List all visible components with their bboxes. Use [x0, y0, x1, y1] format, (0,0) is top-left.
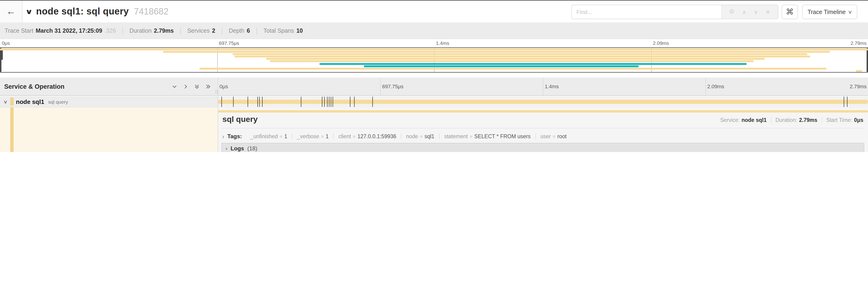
tag-value: 127.0.0.1:59936 — [358, 134, 396, 139]
tag-equals: = — [353, 134, 356, 139]
back-button[interactable]: ← — [0, 0, 23, 23]
trace-info-value: March 31 2022, 17:25:09 — [36, 28, 102, 34]
find-input[interactable] — [571, 5, 721, 19]
span-detail-duration-bar — [218, 110, 868, 112]
service-operation-header: Service & Operation — [0, 77, 218, 95]
chevron-right-icon: › — [222, 133, 224, 140]
tag-key: client — [338, 134, 351, 139]
minimap-span-bar — [163, 51, 830, 53]
log-marker — [234, 97, 234, 107]
sql-query-bar-wrap — [218, 96, 868, 107]
minimap-left-scrubber-handle[interactable] — [0, 48, 1, 72]
log-marker — [262, 97, 262, 107]
detail-meta-value: 0μs — [854, 117, 863, 123]
timeline-header: Service & Operation 0μs697.75μs1.4ms2.09… — [0, 77, 868, 96]
log-marker — [847, 97, 848, 107]
tag-item: node=sql1 — [402, 134, 440, 139]
tag-key: node — [406, 134, 418, 139]
tags-label: Tags: — [227, 133, 242, 140]
collapse-all-chevron-down-icon[interactable] — [172, 83, 178, 90]
tags-accordion[interactable]: › Tags: _unfinished=1_verbose=1client=12… — [222, 132, 571, 141]
command-icon: ⌘ — [786, 7, 794, 17]
logs-label: Logs — [230, 145, 244, 151]
tag-item: _unfinished=1 — [246, 134, 292, 139]
axis-tick-label: 0μs — [220, 83, 228, 89]
tree-controls — [172, 77, 211, 95]
tag-equals: = — [321, 134, 324, 139]
minimap-canvas[interactable] — [0, 47, 868, 73]
logs-accordion[interactable]: › Logs (18) — [221, 143, 864, 152]
span-detail-meta: Service:node sql1Duration:2.79msStart Ti… — [716, 117, 863, 123]
span-rows-region: ∨node sql1sql query sql query Service:no… — [0, 96, 868, 152]
locate-icon[interactable] — [730, 9, 735, 15]
trace-info-value: 2 — [212, 28, 215, 34]
span-bar[interactable] — [218, 100, 868, 104]
column-resize-grip[interactable]: || — [215, 89, 218, 94]
tag-item: _verbose=1 — [292, 134, 334, 139]
log-marker — [354, 97, 355, 107]
clear-find-icon[interactable]: ✕ — [766, 9, 770, 15]
trace-info-label: Services — [187, 28, 210, 34]
tag-key: statement — [444, 134, 468, 139]
span-service-name[interactable]: node sql1 — [16, 98, 44, 105]
service-color-bar — [10, 98, 13, 105]
tag-equals: = — [553, 134, 555, 139]
tag-equals: = — [280, 134, 282, 139]
span-operation-name[interactable]: sql query — [48, 99, 68, 104]
span-detail-left-gutter — [0, 107, 218, 152]
tag-value: root — [557, 134, 567, 139]
trace-summary-bar: Trace StartMarch 31 2022, 17:25:09.326Du… — [0, 23, 868, 39]
page-title: node sql1: sql query — [36, 6, 129, 17]
next-result-chevron-down-icon[interactable]: ∨ — [754, 9, 758, 15]
span-detail-panel: sql query Service:node sql1Duration:2.79… — [218, 107, 868, 152]
trace-info-item: Duration2.79ms — [123, 27, 181, 34]
top-header: ← ∨ node sql1: sql query 7418682 ∧ ∨ ✕ ⌘… — [0, 0, 868, 23]
detail-divider — [221, 128, 864, 128]
log-marker — [222, 97, 222, 107]
collapse-trace-chevron-icon[interactable]: ∨ — [25, 7, 33, 15]
service-color-bar — [10, 107, 13, 152]
trace-info-value: 10 — [297, 28, 303, 34]
trace-info-label: Total Spans — [264, 28, 294, 34]
chevron-right-icon: › — [226, 145, 227, 151]
detail-meta-item: Start Time:0μs — [822, 117, 863, 123]
keyboard-shortcuts-button[interactable]: ⌘ — [782, 5, 798, 19]
axis-gridline — [706, 77, 706, 95]
log-marker — [844, 97, 844, 107]
prev-result-chevron-up-icon[interactable]: ∧ — [742, 9, 746, 15]
minimap-span-bar — [267, 58, 765, 60]
detail-meta-value: node sql1 — [741, 117, 766, 123]
minimap-right-scrubber-handle[interactable] — [867, 48, 868, 72]
trace-info-suffix: .326 — [105, 28, 116, 34]
minimap-span-bar — [364, 65, 639, 67]
trace-info-label: Depth — [229, 28, 244, 34]
tag-value: 1 — [284, 134, 287, 139]
detail-meta-label: Service: — [720, 117, 740, 123]
tree-row-sql-query[interactable]: ∨node sql1sql query — [0, 96, 218, 107]
tree-chevron-down-icon[interactable]: ∨ — [3, 99, 8, 104]
trace-info-item: Depth6 — [222, 27, 257, 34]
trace-title-bar: ∨ node sql1: sql query 7418682 — [26, 0, 168, 23]
log-marker — [248, 97, 248, 107]
column-resize-divider[interactable] — [218, 77, 218, 152]
detail-meta-label: Duration: — [775, 117, 797, 123]
detail-meta-label: Start Time: — [826, 117, 852, 123]
minimap-span-bar — [856, 70, 862, 72]
detail-meta-item: Duration:2.79ms — [771, 117, 822, 123]
log-marker — [329, 97, 329, 107]
double-chevron-right-icon[interactable] — [205, 83, 211, 90]
log-marker — [373, 97, 373, 107]
axis-tick-label: 2.79ms — [850, 40, 867, 46]
tag-value: sql1 — [425, 134, 434, 139]
axis-tick-label: 2.79ms — [850, 83, 867, 89]
axis-tick-label: 2.09ms — [707, 83, 724, 89]
trace-info-value: 6 — [247, 28, 250, 34]
logs-count: (18) — [247, 145, 257, 151]
view-type-dropdown[interactable]: Trace Timeline ∨ — [802, 5, 857, 19]
tag-item: statement=SELECT * FROM users — [440, 134, 536, 139]
minimap-span-bar — [319, 63, 746, 65]
tag-item: user=root — [536, 134, 571, 139]
expand-one-chevron-right-icon[interactable] — [183, 83, 189, 90]
tag-equals: = — [420, 134, 423, 139]
double-chevron-down-icon[interactable] — [194, 83, 200, 90]
